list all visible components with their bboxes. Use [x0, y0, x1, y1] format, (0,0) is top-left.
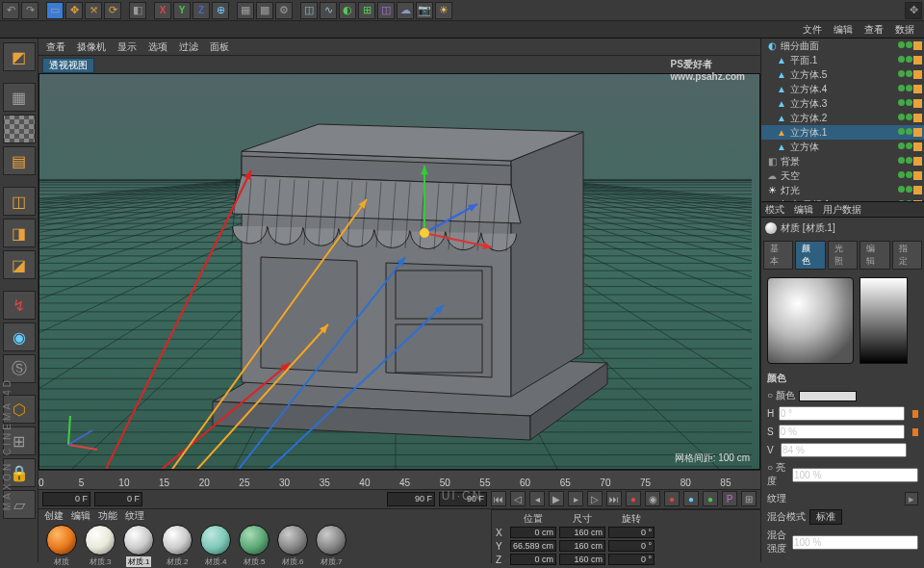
- viewport-solo[interactable]: ◉: [3, 323, 36, 351]
- recent-tool[interactable]: ◧: [129, 2, 146, 19]
- pos-x[interactable]: [510, 527, 556, 538]
- environment[interactable]: ☁: [397, 2, 414, 19]
- texture-mode[interactable]: [3, 115, 36, 143]
- light[interactable]: ☀: [435, 2, 452, 19]
- mat-tab-tex[interactable]: 纹理: [125, 509, 144, 523]
- play[interactable]: ▶: [549, 491, 564, 506]
- time-end2[interactable]: [439, 492, 487, 506]
- key-rot[interactable]: ●: [703, 491, 718, 506]
- workplane-mode[interactable]: ▤: [3, 146, 36, 175]
- tab-color[interactable]: 颜色: [795, 241, 825, 270]
- key-pos[interactable]: ●: [664, 491, 680, 506]
- attr-user[interactable]: 用户数据: [823, 203, 861, 217]
- render-view[interactable]: ▦: [237, 2, 254, 19]
- attr-mode[interactable]: 模式: [765, 203, 784, 217]
- vmenu-filter[interactable]: 过滤: [179, 40, 198, 54]
- axis-y-lock[interactable]: Y: [173, 2, 191, 19]
- tree-item[interactable]: ☀灯光: [761, 183, 924, 197]
- scale-tool[interactable]: ⤧: [85, 2, 102, 19]
- goto-end[interactable]: ⏭: [606, 491, 622, 506]
- axis-mode[interactable]: ↯: [3, 291, 36, 320]
- brightness-val[interactable]: [792, 468, 918, 482]
- time-start[interactable]: [42, 492, 90, 506]
- material-slot[interactable]: 材质.1: [121, 525, 156, 567]
- vmenu-options[interactable]: 选项: [148, 40, 167, 54]
- cube-primitive[interactable]: ◫: [300, 2, 318, 19]
- size-y[interactable]: [559, 540, 605, 552]
- material-slot[interactable]: 材质: [44, 525, 79, 567]
- tree-item[interactable]: ▲立方体.3: [761, 96, 924, 111]
- tree-item[interactable]: ▲立方体.4: [761, 82, 924, 96]
- menu-file[interactable]: 文件: [803, 23, 822, 37]
- material-slot[interactable]: 材质.3: [83, 525, 117, 567]
- array[interactable]: ⊞: [358, 2, 375, 19]
- material-slot[interactable]: 材质.6: [275, 525, 310, 567]
- axis-x-lock[interactable]: X: [154, 2, 171, 19]
- key-param[interactable]: P: [722, 491, 737, 506]
- render-pict[interactable]: ▩: [256, 2, 273, 19]
- material-preview[interactable]: [767, 277, 854, 364]
- pos-z[interactable]: [510, 554, 556, 565]
- redo-button[interactable]: ↷: [21, 2, 38, 19]
- make-editable[interactable]: ◩: [3, 42, 36, 71]
- vmenu-display[interactable]: 显示: [117, 40, 137, 54]
- tree-item[interactable]: ◐细分曲面: [761, 39, 924, 53]
- prev-key[interactable]: ◁: [510, 491, 526, 506]
- world-axis[interactable]: ⊕: [212, 2, 229, 19]
- mat-tab-create[interactable]: 创建: [44, 509, 64, 523]
- tree-item[interactable]: ▲立方体.5: [761, 67, 924, 82]
- undo-button[interactable]: ↶: [2, 2, 19, 19]
- edge-mode[interactable]: ◨: [3, 219, 36, 247]
- next-frame[interactable]: ▸: [568, 491, 583, 506]
- texture-arrow[interactable]: ▸: [905, 492, 918, 505]
- material-slot[interactable]: 材质.5: [237, 525, 271, 567]
- rotate-tool[interactable]: ⟳: [104, 2, 121, 19]
- deformer[interactable]: ◫: [377, 2, 395, 19]
- vmenu-view[interactable]: 查看: [46, 40, 65, 54]
- mat-tab-edit[interactable]: 编辑: [71, 509, 90, 523]
- object-manager[interactable]: ◐细分曲面▲平面.1▲立方体.5▲立方体.4▲立方体.3▲立方体.2▲立方体.1…: [761, 39, 924, 202]
- model-mode[interactable]: ▦: [3, 83, 36, 112]
- tree-item[interactable]: ☁天空: [761, 168, 924, 183]
- camera[interactable]: 📷: [416, 2, 433, 19]
- select-tool[interactable]: ▭: [46, 2, 64, 19]
- blend-val[interactable]: 标准: [809, 509, 842, 525]
- pos-y[interactable]: [510, 540, 556, 552]
- goto-start[interactable]: ⏮: [491, 491, 506, 506]
- tree-item[interactable]: ▲立方体.1: [761, 125, 924, 140]
- autokey[interactable]: ◉: [645, 491, 660, 506]
- attr-edit[interactable]: 编辑: [794, 203, 813, 217]
- material-slot[interactable]: 材质.4: [198, 525, 233, 567]
- tab-edit[interactable]: 编辑: [860, 241, 889, 270]
- poly-mode[interactable]: ◪: [3, 250, 36, 279]
- time-current[interactable]: [94, 492, 142, 506]
- axis-widget[interactable]: ✥: [905, 2, 922, 19]
- viewport[interactable]: 网格间距: 100 cm: [38, 73, 760, 470]
- strength-val[interactable]: [792, 535, 918, 550]
- axis-z-lock[interactable]: Z: [192, 2, 210, 19]
- vmenu-camera[interactable]: 摄像机: [77, 40, 106, 54]
- tab-assign[interactable]: 指定: [892, 241, 922, 270]
- material-slot[interactable]: 材质.7: [314, 525, 348, 567]
- material-slot[interactable]: 材质.2: [160, 525, 194, 567]
- timeline-ruler[interactable]: 051015202530354045505560657075808590: [38, 471, 760, 490]
- prev-frame[interactable]: ◂: [529, 491, 545, 506]
- hsv-v[interactable]: [781, 443, 907, 457]
- spline-primitive[interactable]: ∿: [320, 2, 337, 19]
- tree-item[interactable]: ▲平面.1: [761, 53, 924, 67]
- rot-y[interactable]: [608, 540, 654, 552]
- mat-tab-func[interactable]: 功能: [98, 509, 117, 523]
- next-key[interactable]: ▷: [587, 491, 603, 506]
- tree-item[interactable]: ▲立方体.2: [761, 111, 924, 125]
- size-x[interactable]: [559, 527, 605, 538]
- vmenu-panel[interactable]: 面板: [210, 40, 229, 54]
- tree-item[interactable]: ▲立方体: [761, 140, 924, 154]
- nurbs[interactable]: ◐: [339, 2, 356, 19]
- menu-data[interactable]: 数据: [895, 23, 914, 37]
- tab-basic[interactable]: 基本: [763, 241, 793, 270]
- point-mode[interactable]: ◫: [3, 187, 36, 216]
- rot-x[interactable]: [608, 527, 654, 538]
- rot-z[interactable]: [608, 554, 654, 565]
- key-scale[interactable]: ●: [683, 491, 699, 506]
- move-tool[interactable]: ✥: [65, 2, 83, 19]
